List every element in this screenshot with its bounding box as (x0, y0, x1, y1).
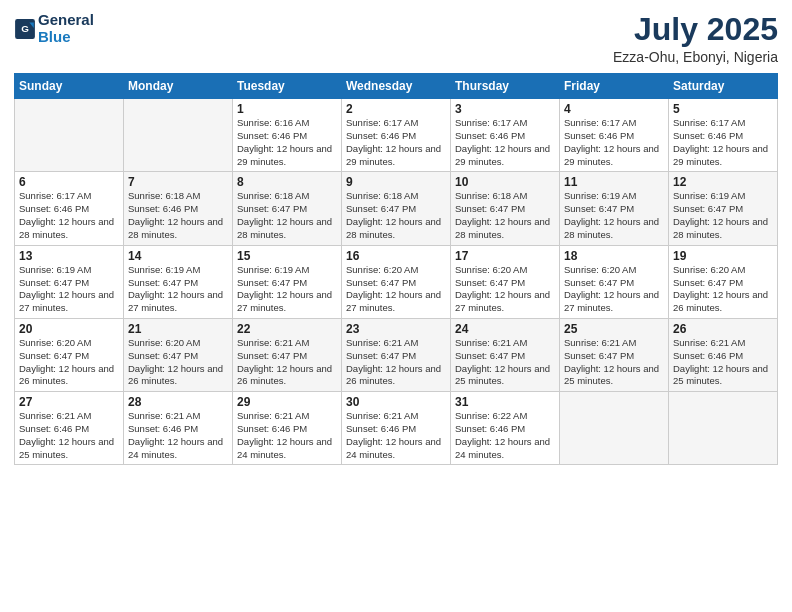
day-number: 28 (128, 395, 228, 409)
day-number: 26 (673, 322, 773, 336)
daylight-text: Daylight: 12 hours and 27 minutes. (564, 289, 664, 315)
daylight-text: Daylight: 12 hours and 29 minutes. (455, 143, 555, 169)
sunset-text: Sunset: 6:46 PM (673, 350, 773, 363)
day-info: Sunrise: 6:17 AMSunset: 6:46 PMDaylight:… (346, 117, 446, 168)
daylight-text: Daylight: 12 hours and 24 minutes. (455, 436, 555, 462)
sunset-text: Sunset: 6:47 PM (673, 277, 773, 290)
col-sunday: Sunday (15, 74, 124, 99)
day-info: Sunrise: 6:21 AMSunset: 6:47 PMDaylight:… (564, 337, 664, 388)
sunrise-text: Sunrise: 6:21 AM (455, 337, 555, 350)
daylight-text: Daylight: 12 hours and 25 minutes. (19, 436, 119, 462)
day-info: Sunrise: 6:21 AMSunset: 6:47 PMDaylight:… (237, 337, 337, 388)
daylight-text: Daylight: 12 hours and 29 minutes. (346, 143, 446, 169)
day-number: 12 (673, 175, 773, 189)
calendar-cell: 9Sunrise: 6:18 AMSunset: 6:47 PMDaylight… (342, 172, 451, 245)
calendar-cell: 14Sunrise: 6:19 AMSunset: 6:47 PMDayligh… (124, 245, 233, 318)
calendar-cell: 18Sunrise: 6:20 AMSunset: 6:47 PMDayligh… (560, 245, 669, 318)
calendar-cell: 30Sunrise: 6:21 AMSunset: 6:46 PMDayligh… (342, 392, 451, 465)
sunrise-text: Sunrise: 6:17 AM (673, 117, 773, 130)
sunrise-text: Sunrise: 6:20 AM (19, 337, 119, 350)
calendar-week-4: 20Sunrise: 6:20 AMSunset: 6:47 PMDayligh… (15, 318, 778, 391)
daylight-text: Daylight: 12 hours and 27 minutes. (455, 289, 555, 315)
day-info: Sunrise: 6:20 AMSunset: 6:47 PMDaylight:… (455, 264, 555, 315)
sunset-text: Sunset: 6:46 PM (564, 130, 664, 143)
sunset-text: Sunset: 6:47 PM (346, 277, 446, 290)
day-info: Sunrise: 6:18 AMSunset: 6:47 PMDaylight:… (237, 190, 337, 241)
day-info: Sunrise: 6:22 AMSunset: 6:46 PMDaylight:… (455, 410, 555, 461)
daylight-text: Daylight: 12 hours and 28 minutes. (19, 216, 119, 242)
day-number: 21 (128, 322, 228, 336)
day-info: Sunrise: 6:21 AMSunset: 6:46 PMDaylight:… (237, 410, 337, 461)
sunset-text: Sunset: 6:47 PM (564, 350, 664, 363)
sunset-text: Sunset: 6:47 PM (19, 350, 119, 363)
sunset-text: Sunset: 6:47 PM (346, 350, 446, 363)
day-info: Sunrise: 6:20 AMSunset: 6:47 PMDaylight:… (564, 264, 664, 315)
day-number: 7 (128, 175, 228, 189)
sunrise-text: Sunrise: 6:19 AM (673, 190, 773, 203)
calendar-cell: 7Sunrise: 6:18 AMSunset: 6:46 PMDaylight… (124, 172, 233, 245)
sunrise-text: Sunrise: 6:19 AM (19, 264, 119, 277)
sunset-text: Sunset: 6:47 PM (237, 350, 337, 363)
daylight-text: Daylight: 12 hours and 24 minutes. (128, 436, 228, 462)
calendar-cell: 15Sunrise: 6:19 AMSunset: 6:47 PMDayligh… (233, 245, 342, 318)
logo-icon: G (14, 18, 36, 40)
calendar-week-2: 6Sunrise: 6:17 AMSunset: 6:46 PMDaylight… (15, 172, 778, 245)
day-number: 24 (455, 322, 555, 336)
main-title: July 2025 (613, 12, 778, 47)
day-number: 22 (237, 322, 337, 336)
sunset-text: Sunset: 6:46 PM (455, 423, 555, 436)
logo-text-blue: Blue (38, 29, 94, 46)
day-number: 9 (346, 175, 446, 189)
day-info: Sunrise: 6:17 AMSunset: 6:46 PMDaylight:… (19, 190, 119, 241)
day-info: Sunrise: 6:21 AMSunset: 6:47 PMDaylight:… (455, 337, 555, 388)
day-number: 20 (19, 322, 119, 336)
sunrise-text: Sunrise: 6:20 AM (128, 337, 228, 350)
sunrise-text: Sunrise: 6:21 AM (564, 337, 664, 350)
calendar-cell: 10Sunrise: 6:18 AMSunset: 6:47 PMDayligh… (451, 172, 560, 245)
sunset-text: Sunset: 6:47 PM (237, 277, 337, 290)
day-number: 11 (564, 175, 664, 189)
sunrise-text: Sunrise: 6:18 AM (128, 190, 228, 203)
sunset-text: Sunset: 6:46 PM (346, 130, 446, 143)
calendar-cell: 17Sunrise: 6:20 AMSunset: 6:47 PMDayligh… (451, 245, 560, 318)
daylight-text: Daylight: 12 hours and 29 minutes. (237, 143, 337, 169)
day-info: Sunrise: 6:18 AMSunset: 6:47 PMDaylight:… (455, 190, 555, 241)
calendar-cell: 22Sunrise: 6:21 AMSunset: 6:47 PMDayligh… (233, 318, 342, 391)
sunset-text: Sunset: 6:47 PM (128, 277, 228, 290)
calendar-cell: 27Sunrise: 6:21 AMSunset: 6:46 PMDayligh… (15, 392, 124, 465)
daylight-text: Daylight: 12 hours and 27 minutes. (128, 289, 228, 315)
daylight-text: Daylight: 12 hours and 26 minutes. (128, 363, 228, 389)
sunset-text: Sunset: 6:46 PM (19, 203, 119, 216)
day-number: 8 (237, 175, 337, 189)
calendar-cell: 3Sunrise: 6:17 AMSunset: 6:46 PMDaylight… (451, 99, 560, 172)
calendar-table: Sunday Monday Tuesday Wednesday Thursday… (14, 73, 778, 465)
calendar-week-3: 13Sunrise: 6:19 AMSunset: 6:47 PMDayligh… (15, 245, 778, 318)
sunrise-text: Sunrise: 6:20 AM (455, 264, 555, 277)
sunrise-text: Sunrise: 6:21 AM (346, 337, 446, 350)
daylight-text: Daylight: 12 hours and 26 minutes. (346, 363, 446, 389)
sunset-text: Sunset: 6:46 PM (19, 423, 119, 436)
sunset-text: Sunset: 6:46 PM (237, 130, 337, 143)
day-info: Sunrise: 6:19 AMSunset: 6:47 PMDaylight:… (673, 190, 773, 241)
day-info: Sunrise: 6:18 AMSunset: 6:47 PMDaylight:… (346, 190, 446, 241)
col-wednesday: Wednesday (342, 74, 451, 99)
day-info: Sunrise: 6:17 AMSunset: 6:46 PMDaylight:… (455, 117, 555, 168)
calendar-cell: 21Sunrise: 6:20 AMSunset: 6:47 PMDayligh… (124, 318, 233, 391)
day-number: 16 (346, 249, 446, 263)
sunrise-text: Sunrise: 6:20 AM (346, 264, 446, 277)
daylight-text: Daylight: 12 hours and 28 minutes. (455, 216, 555, 242)
day-info: Sunrise: 6:17 AMSunset: 6:46 PMDaylight:… (673, 117, 773, 168)
sunset-text: Sunset: 6:47 PM (237, 203, 337, 216)
calendar-cell (124, 99, 233, 172)
sunrise-text: Sunrise: 6:18 AM (346, 190, 446, 203)
sunset-text: Sunset: 6:47 PM (346, 203, 446, 216)
calendar-cell: 20Sunrise: 6:20 AMSunset: 6:47 PMDayligh… (15, 318, 124, 391)
sunrise-text: Sunrise: 6:17 AM (346, 117, 446, 130)
daylight-text: Daylight: 12 hours and 29 minutes. (564, 143, 664, 169)
sunrise-text: Sunrise: 6:17 AM (564, 117, 664, 130)
sunset-text: Sunset: 6:47 PM (19, 277, 119, 290)
calendar-cell: 8Sunrise: 6:18 AMSunset: 6:47 PMDaylight… (233, 172, 342, 245)
daylight-text: Daylight: 12 hours and 27 minutes. (19, 289, 119, 315)
calendar-cell (15, 99, 124, 172)
calendar-cell: 1Sunrise: 6:16 AMSunset: 6:46 PMDaylight… (233, 99, 342, 172)
